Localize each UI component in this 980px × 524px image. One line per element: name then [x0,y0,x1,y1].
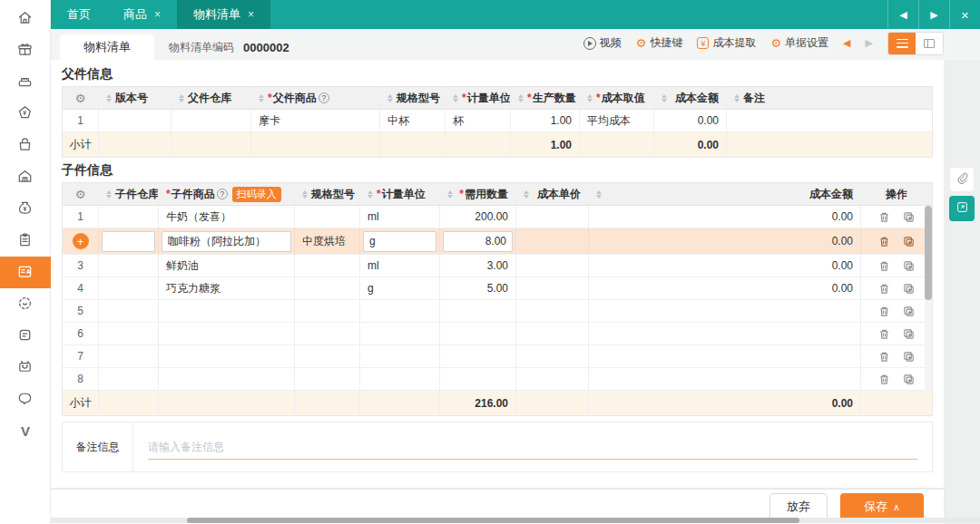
cell-child-warehouse[interactable] [99,277,159,299]
cell-required-qty[interactable] [440,368,516,390]
cell-cost-method[interactable]: 平均成本 [580,110,654,131]
cell-child-unit[interactable]: ml [360,255,440,277]
header-remark[interactable]: 备注 [727,87,932,109]
cell-child-product[interactable] [159,368,295,390]
cell-cost-price[interactable] [516,206,589,228]
delete-row-icon[interactable] [878,283,890,295]
remark-input[interactable] [148,434,917,460]
copy-add-row-icon[interactable] [903,351,915,363]
sort-icon[interactable] [734,94,740,102]
header-cost-method[interactable]: *成本取值 [580,87,654,109]
copy-add-row-icon[interactable] [903,306,915,317]
cell-required-qty[interactable] [440,345,516,367]
cell-child-unit[interactable] [360,300,440,322]
cell-child-warehouse[interactable] [99,323,159,344]
delete-row-icon[interactable] [878,236,890,247]
doc-tab-bom[interactable]: 物料清单 [60,34,154,60]
copy-add-row-icon[interactable] [903,211,915,223]
sidebar-item-home[interactable] [0,3,51,34]
cell-child-unit[interactable]: g [360,277,440,299]
sidebar-item-funds[interactable]: ¥ [0,193,51,225]
header-child-spec[interactable]: 规格型号 [295,183,360,205]
cell-cost-price[interactable] [516,345,589,367]
card-view-button[interactable] [916,33,943,54]
cell-cost-price[interactable] [516,300,589,322]
cell-child-product[interactable] [159,323,295,344]
cell-child-unit[interactable] [360,368,440,390]
cell-cost-price[interactable] [516,228,589,254]
sidebar-item-chat[interactable] [0,383,51,415]
cell-child-spec[interactable] [295,345,360,367]
child-table-scrollbar[interactable] [925,206,932,391]
cell-child-unit[interactable] [360,228,440,254]
delete-row-icon[interactable] [878,211,890,223]
doc-next-button[interactable]: ▶ [866,37,873,49]
scrollbar-thumb[interactable] [925,206,932,300]
header-child-product[interactable]: *子件商品?扫码录入 [159,183,295,205]
cell-child-spec[interactable] [295,368,360,390]
header-child-cost-amount[interactable]: 成本金额 [589,183,861,205]
cell-unit[interactable]: 杯 [446,110,511,131]
sidebar-item-warehouse[interactable] [0,161,51,193]
sort-icon[interactable] [368,190,373,199]
sort-icon[interactable] [106,190,112,199]
sidebar-item-notes[interactable] [0,320,51,352]
sidebar-item-voucher[interactable]: ¥ [0,98,51,130]
header-spec[interactable]: 规格型号 [380,87,446,109]
sort-icon[interactable] [447,190,453,199]
sort-icon[interactable] [453,94,458,102]
copy-add-row-icon[interactable] [903,260,915,272]
delete-row-icon[interactable] [878,260,890,272]
cell-child-warehouse[interactable] [99,345,159,367]
cell-child-product[interactable] [159,300,295,322]
sort-icon[interactable] [596,190,602,199]
fullscreen-button[interactable] [949,196,975,221]
cell-cost-price[interactable] [516,368,589,390]
cell-production-qty[interactable]: 1.00 [511,110,580,131]
child-warehouse-input[interactable] [102,231,155,252]
tab-scroll-left-button[interactable]: ◀ [887,0,918,29]
hotkeys-button[interactable]: ⚙ 快捷键 [636,35,683,51]
sort-icon[interactable] [259,94,264,102]
cell-version[interactable] [99,110,172,131]
cancel-button[interactable]: 放弃 [769,493,828,520]
sort-icon[interactable] [387,94,393,102]
help-icon[interactable]: ? [217,189,228,199]
attachment-button[interactable] [949,167,975,192]
cell-parent-product[interactable]: 摩卡 [251,110,380,131]
delete-row-icon[interactable] [878,374,890,385]
child-product-input[interactable] [162,231,291,252]
copy-add-row-icon[interactable] [903,236,915,247]
cell-required-qty[interactable] [440,323,516,344]
sort-icon[interactable] [302,190,308,199]
cell-child-warehouse[interactable] [99,255,159,277]
doc-prev-button[interactable]: ◀ [843,37,850,49]
save-button[interactable]: 保存 ∧ [840,493,924,520]
cell-child-warehouse[interactable] [99,300,159,322]
sidebar-item-gift[interactable] [0,34,51,66]
delete-row-icon[interactable] [878,328,890,340]
sidebar-item-version[interactable]: V [0,415,51,447]
cell-child-unit[interactable] [360,345,440,367]
close-all-tabs-button[interactable]: × [949,0,980,29]
list-view-button[interactable] [888,33,916,54]
cell-remark[interactable] [727,110,932,131]
tab-goods[interactable]: 商品 × [107,0,177,29]
cell-required-qty[interactable]: 3.00 [440,255,516,277]
header-parent-product[interactable]: *父件商品? [251,87,380,109]
cell-child-spec[interactable] [295,277,360,299]
cell-child-warehouse[interactable] [99,368,159,390]
cell-required-qty[interactable] [440,300,516,322]
header-child-warehouse[interactable]: 子件仓库 [99,183,159,205]
sidebar-item-sync[interactable] [0,288,51,320]
tab-scroll-right-button[interactable]: ▶ [918,0,949,29]
video-button[interactable]: 视频 [583,35,622,51]
column-settings-button[interactable]: ⚙ [63,183,99,205]
cell-cost-price[interactable] [516,277,589,299]
copy-add-row-icon[interactable] [903,374,915,385]
doc-settings-button[interactable]: ⚙ 单据设置 [770,35,828,51]
sidebar-item-purchase[interactable] [0,130,51,161]
header-production-qty[interactable]: *生产数量 [511,87,580,109]
cell-child-unit[interactable]: ml [360,206,440,228]
tab-bom-active[interactable]: 物料清单 × [177,0,270,29]
